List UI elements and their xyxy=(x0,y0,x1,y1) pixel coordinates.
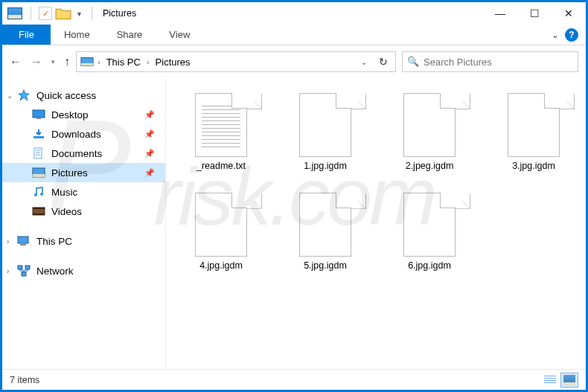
pin-icon: 📌 xyxy=(144,110,155,120)
pin-icon: 📌 xyxy=(144,168,155,178)
svg-rect-19 xyxy=(25,266,30,269)
sidebar-item-label: Downloads xyxy=(51,129,101,140)
tab-home[interactable]: Home xyxy=(51,25,103,45)
crumb-sep[interactable]: › xyxy=(147,57,150,66)
music-icon xyxy=(32,186,45,198)
forward-button[interactable]: → xyxy=(31,55,42,68)
svg-rect-16 xyxy=(18,237,28,243)
history-dropdown[interactable]: ▾ xyxy=(51,58,55,65)
pc-icon xyxy=(17,235,31,247)
file-thumb xyxy=(508,93,560,157)
sidebar-item-label: Pictures xyxy=(51,167,88,179)
search-input[interactable] xyxy=(424,57,573,68)
sidebar-label: Quick access xyxy=(36,90,96,101)
file-name: 6.jpg.igdm xyxy=(408,261,451,271)
window-title: Pictures xyxy=(103,8,136,19)
videos-icon xyxy=(32,205,45,217)
star-icon xyxy=(17,89,31,101)
downloads-icon xyxy=(32,128,45,140)
nav-arrows: ← → ▾ ↑ xyxy=(10,55,70,68)
sidebar-quick-access[interactable]: ⌄ Quick access xyxy=(2,86,165,105)
tab-share[interactable]: Share xyxy=(103,25,156,45)
file-item[interactable]: 2.jpeg.igdm xyxy=(392,93,467,172)
sidebar-this-pc[interactable]: › This PC xyxy=(2,231,165,251)
network-icon xyxy=(17,265,31,277)
file-name: 2.jpeg.igdm xyxy=(406,161,454,172)
titlebar-left: ✓ ▾ Pictures xyxy=(2,5,136,22)
svg-rect-2 xyxy=(33,110,45,118)
svg-point-12 xyxy=(40,193,43,196)
pin-icon: 📌 xyxy=(144,149,155,158)
file-item[interactable]: 6.jpg.igdm xyxy=(392,193,467,271)
nav-bar: ← → ▾ ↑ › This PC › Pictures ⌄ ↻ 🔍 xyxy=(2,45,586,78)
crumb-current[interactable]: Pictures xyxy=(153,57,194,68)
back-button[interactable]: ← xyxy=(10,55,22,68)
sidebar-item-label: Desktop xyxy=(51,109,89,121)
sidebar-item-label: Videos xyxy=(51,206,82,217)
sidebar-item-label: Documents xyxy=(51,148,102,159)
file-item[interactable]: 1.jpg.igdm xyxy=(288,93,362,172)
sidebar-item-downloads[interactable]: Downloads 📌 xyxy=(2,124,165,144)
pictures-icon xyxy=(32,167,45,179)
pin-icon: 📌 xyxy=(144,129,155,139)
address-bar[interactable]: › This PC › Pictures ⌄ ↻ xyxy=(76,51,396,72)
minimize-button[interactable]: — xyxy=(483,2,517,25)
sidebar-label: Network xyxy=(36,266,74,277)
sidebar: ⌄ Quick access Desktop 📌 Downloads 📌 Doc… xyxy=(2,78,166,369)
address-dropdown[interactable]: ⌄ xyxy=(357,58,371,66)
file-name: 3.jpg.igdm xyxy=(512,161,555,172)
body: ⌄ Quick access Desktop 📌 Downloads 📌 Doc… xyxy=(2,78,586,369)
sidebar-item-desktop[interactable]: Desktop 📌 xyxy=(2,105,165,124)
svg-rect-14 xyxy=(33,208,45,209)
file-name: 4.jpg.igdm xyxy=(199,261,243,271)
large-icons-view-button[interactable] xyxy=(560,373,578,388)
documents-icon xyxy=(32,147,45,159)
svg-rect-15 xyxy=(33,213,45,215)
sidebar-item-label: Music xyxy=(51,187,77,198)
up-button[interactable]: ↑ xyxy=(64,55,70,68)
sidebar-item-pictures[interactable]: Pictures 📌 xyxy=(2,163,165,182)
file-item[interactable]: 3.jpg.igdm xyxy=(496,93,571,172)
file-pane[interactable]: _readme.txt1.jpg.igdm2.jpeg.igdm3.jpg.ig… xyxy=(166,78,586,369)
file-thumb xyxy=(195,93,247,157)
tab-view[interactable]: View xyxy=(156,25,203,45)
qat-customize-dropdown[interactable]: ▾ xyxy=(74,10,84,18)
file-thumb xyxy=(195,193,247,257)
app-icon xyxy=(7,5,23,22)
sidebar-item-documents[interactable]: Documents 📌 xyxy=(2,144,165,163)
file-tab[interactable]: File xyxy=(2,25,51,45)
file-item[interactable]: _readme.txt xyxy=(184,93,258,172)
search-box[interactable]: 🔍 xyxy=(402,51,578,72)
svg-rect-1 xyxy=(81,63,93,66)
sidebar-network[interactable]: › Network xyxy=(2,261,165,280)
ribbon-collapse-icon[interactable]: ⌄ xyxy=(552,30,559,40)
maximize-button[interactable]: ☐ xyxy=(517,2,552,25)
ribbon: File Home Share View ⌄ ? xyxy=(2,25,586,45)
status-bar: 7 items xyxy=(2,369,586,390)
svg-point-11 xyxy=(34,193,37,196)
ribbon-right: ⌄ ? xyxy=(552,25,586,45)
refresh-button[interactable]: ↻ xyxy=(374,56,392,68)
sidebar-item-videos[interactable]: Videos xyxy=(2,202,165,221)
file-grid: _readme.txt1.jpg.igdm2.jpeg.igdm3.jpg.ig… xyxy=(184,93,571,271)
close-button[interactable]: ✕ xyxy=(552,2,586,25)
help-icon[interactable]: ? xyxy=(565,28,578,42)
file-thumb xyxy=(299,93,351,157)
file-thumb xyxy=(299,193,351,257)
file-name: _readme.txt xyxy=(196,161,246,172)
separator xyxy=(31,7,31,20)
svg-rect-10 xyxy=(33,174,45,177)
sidebar-item-music[interactable]: Music xyxy=(2,182,165,202)
qat-newfolder-icon[interactable] xyxy=(55,5,71,22)
view-switch xyxy=(541,373,578,388)
crumb-root[interactable]: This PC xyxy=(103,57,144,68)
svg-rect-20 xyxy=(22,272,26,276)
file-item[interactable]: 4.jpg.igdm xyxy=(184,193,258,271)
file-thumb xyxy=(403,193,456,257)
qat-properties-icon[interactable]: ✓ xyxy=(39,7,52,20)
details-view-button[interactable] xyxy=(541,373,559,388)
title-bar: ✓ ▾ Pictures — ☐ ✕ xyxy=(2,2,586,25)
separator xyxy=(92,7,92,20)
crumb-sep[interactable]: › xyxy=(98,57,100,66)
file-item[interactable]: 5.jpg.igdm xyxy=(288,193,362,271)
